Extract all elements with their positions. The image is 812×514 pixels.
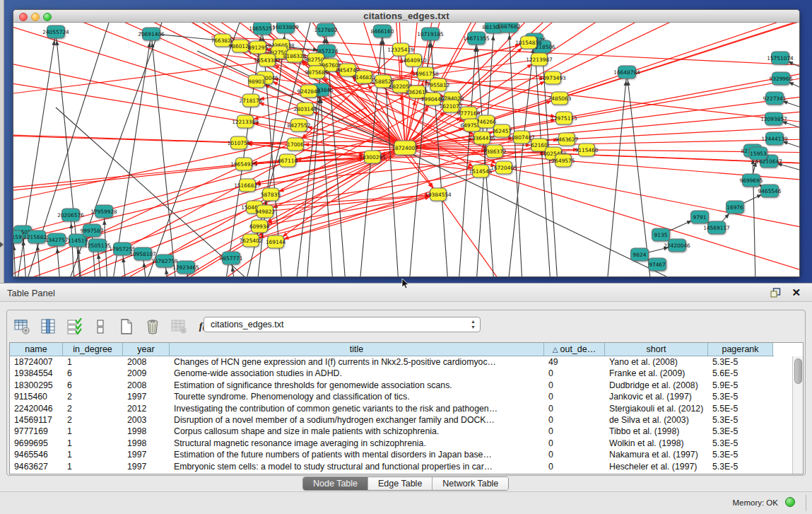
table-row[interactable]: 946554611997Estimation of the future num… [10,449,774,460]
dropdown-stepper-icon: ▲▼ [471,319,476,330]
graph-node-label: 9857771 [220,255,243,262]
edge-arrowhead [69,223,73,228]
table-panel-title: Table Panel [7,288,55,298]
cell-out_de: 0 [544,426,605,437]
cell-short: Dudbridge et al. (2008) [605,380,708,391]
tab-edge-table[interactable]: Edge Table [368,477,433,490]
graph-node-label: 12093857 [760,116,787,122]
network-view-window[interactable]: citations_edges.txt 24055724206914061065… [13,9,800,277]
cell-title: Investigating the contribution of common… [170,403,544,414]
graph-node-label: 8427552 [288,122,311,129]
graph-node-label: 10807487 [508,134,535,141]
network-canvas[interactable]: 2405572420691406106552571527802160338098… [13,23,799,276]
cell-title: Estimation of significance thresholds fo… [170,380,544,391]
column-header-year[interactable]: year [123,343,170,356]
cell-year: 1998 [123,426,170,437]
table-row[interactable]: 977716911998Corpus callosum shape and si… [10,426,774,437]
table-row[interactable]: 911546021997Tourette syndrome. Phenomeno… [10,391,774,402]
cell-name: 18300295 [10,380,63,391]
graph-node-label: 12923465 [172,264,199,271]
cell-name: 9777169 [10,426,63,437]
new-table-icon[interactable] [117,317,136,336]
table-row[interactable]: 2242004622012Investigating the contribut… [10,403,774,414]
graph-node-label: 20206576 [57,212,84,218]
cell-pagerank: 5.3E-5 [708,391,773,402]
cell-year: 2012 [123,403,170,414]
cell-name: 9699695 [10,438,63,449]
cell-pagerank: 5.6E-5 [708,368,773,379]
column-header-name[interactable]: name [10,343,63,356]
application-desktop: citations_edges.txt 24055724206914061065… [0,0,812,283]
memory-status-label: Memory: OK [732,498,778,507]
graph-node-label: 7485063 [548,95,572,102]
node-table[interactable]: namein_degreeyeartitle△out_de…shortpager… [9,342,804,474]
vertical-scrollbar[interactable] [792,356,803,474]
edge-arrowhead [13,245,16,250]
edge-arrowhead [165,269,169,274]
column-header-out_de[interactable]: △out_de… [544,343,605,356]
statusbar-divider [806,495,806,511]
column-header-in_degree[interactable]: in_degree [63,343,123,356]
graph-node-label: 12444139 [761,136,788,142]
graph-node-label: 10154838 [515,40,542,46]
network-canvas-svg[interactable]: 2405572420691406106552571527802160338098… [13,23,799,276]
cell-in_degree: 2 [63,414,123,426]
cell-short: Tibbo et al. (1998) [605,426,708,437]
close-panel-icon[interactable]: ✕ [792,286,801,298]
delete-table-icon[interactable] [143,317,162,336]
cell-pagerank: 5.3E-5 [708,449,773,460]
cell-pagerank: 5.3E-5 [708,426,773,437]
cell-title: Corpus callosum shape and size in male p… [170,426,544,437]
cell-short: Jankovic et al. (1997) [605,391,708,402]
table-settings-icon[interactable] [13,317,31,336]
graph-node-label: 949822 [255,209,275,215]
graph-node-label: 16782759 [151,258,178,264]
cell-year: 2009 [123,368,170,379]
table-row[interactable]: 1830029562008Estimation of significance … [10,380,774,391]
window-titlebar[interactable]: citations_edges.txt [13,10,799,23]
graph-node-label: 18300295 [359,154,386,160]
column-header-title[interactable]: title [170,343,544,356]
graph-node-label: 10973493 [539,75,566,81]
table-row[interactable]: 969969511998Structural magnetic resonanc… [10,438,774,449]
graph-node-label: 15166827 [234,182,261,189]
cell-in_degree: 1 [63,461,123,472]
cell-year: 2003 [123,414,170,426]
tab-node-table[interactable]: Node Table [303,477,368,490]
select-all-columns-icon[interactable] [65,317,83,336]
cell-out_de: 0 [544,438,605,449]
left-panel-divider[interactable] [0,0,4,283]
table-row[interactable]: 1456911722003Disruption of a novel membe… [10,414,774,426]
column-header-short[interactable]: short [605,343,708,356]
graph-node-label: 24055724 [42,29,69,35]
table-selector-dropdown[interactable]: citations_edges.txt ▲▼ [204,317,481,332]
table-row[interactable]: 1938455462009Genome-wide association stu… [10,368,774,379]
cell-out_de: 0 [544,449,605,460]
table-row[interactable]: 946362711997Embryonic stem cells: a mode… [10,461,774,472]
cell-out_de: 0 [544,414,605,426]
show-column-icon[interactable] [39,317,57,336]
graph-edge [265,194,438,211]
graph-edge [405,148,799,228]
table-row[interactable]: 1872400712008Changes of HCN gene express… [10,356,774,368]
graph-node-label: 9791 [693,214,707,221]
graph-node-label: 17006 [287,141,304,148]
graph-node-label: 1514545 [469,168,493,175]
cell-in_degree: 2 [63,391,123,402]
graph-node-label: 98901 [248,78,265,85]
graph-node-label: 12975115 [551,115,577,122]
expand-panel-arrow-icon[interactable] [0,242,4,247]
cell-year: 2008 [123,380,170,391]
tab-network-table[interactable]: Network Table [433,477,508,490]
column-header-pagerank[interactable]: pagerank [708,343,773,356]
graph-node-label: 9465546 [758,188,782,194]
graph-node-label: 62160 [531,142,548,148]
edge-arrowhead [283,233,288,237]
cell-year: 1997 [123,461,170,472]
row-height-icon[interactable] [91,317,110,336]
cell-in_degree: 1 [63,449,123,460]
scrollbar-thumb[interactable] [794,358,802,384]
graph-node-label: 587835 [261,192,281,198]
float-panel-icon[interactable] [770,288,781,298]
graph-node-label: 16543382 [254,57,281,64]
